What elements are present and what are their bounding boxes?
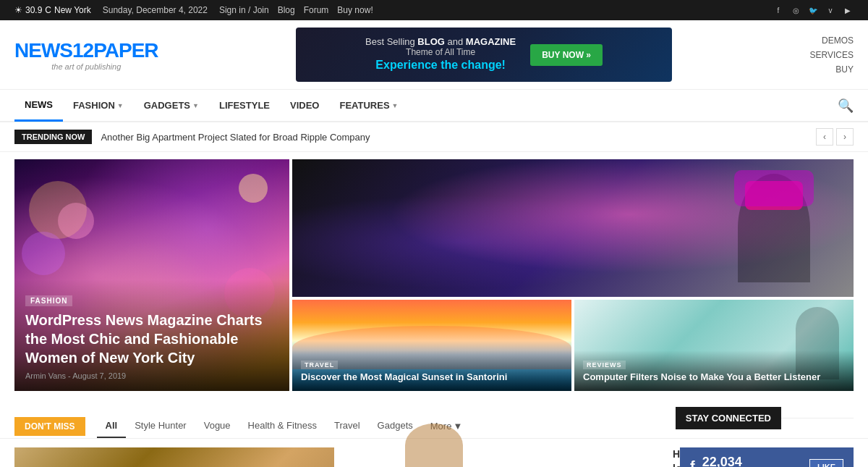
top-bar: ☀ 30.9 C New York Sunday, December 4, 20… xyxy=(0,0,868,20)
article-row-2: Have a look around this bold and colourf… xyxy=(346,447,665,467)
featured-vr-article[interactable]: GADGETS Game Changing Virtual Reality Co… xyxy=(292,159,854,297)
dont-miss-badge: DON'T MISS xyxy=(14,417,85,436)
buy-link[interactable]: Buy now! xyxy=(337,5,373,15)
tab-vogue[interactable]: Vogue xyxy=(195,414,239,438)
top-bar-left: ☀ 30.9 C New York Sunday, December 4, 20… xyxy=(14,5,373,15)
temperature: 30.9 xyxy=(25,5,42,15)
author-name: Armin Vans xyxy=(25,371,66,380)
logo-tagline: the art of publishing xyxy=(14,62,158,71)
social-icons-topbar: f ◎ 🐦 v ▶ xyxy=(773,4,854,16)
trending-nav: ‹ › xyxy=(816,128,854,146)
bokeh-3 xyxy=(22,232,65,275)
facebook-stats: 22,034 Fans xyxy=(702,455,742,467)
articles-area: Have a look around this bold and colourf… xyxy=(14,447,665,467)
article-image-1 xyxy=(14,447,334,467)
logo-news: NEWS xyxy=(14,39,72,62)
trending-next-button[interactable]: › xyxy=(836,128,854,146)
weather-widget: ☀ 30.9 C New York xyxy=(14,5,91,15)
services-link[interactable]: SERVICES xyxy=(810,49,854,62)
tab-style-hunter[interactable]: Style Hunter xyxy=(126,414,195,438)
sign-in-link[interactable]: Sign in / Join xyxy=(219,5,269,15)
featured-reviews-title: Computer Filters Noise to Make You a Bet… xyxy=(583,371,845,384)
facebook-info: f 22,034 Fans xyxy=(690,455,742,467)
main-nav: NEWS FASHION ▼ GADGETS ▼ LIFESTYLE VIDEO… xyxy=(0,90,868,122)
featured-reviews-category: REVIEWS xyxy=(583,361,626,369)
featured-bottom-row: TRAVEL Discover the Most Magical Sunset … xyxy=(292,300,854,391)
nav-item-fashion[interactable]: FASHION ▼ xyxy=(63,89,134,122)
trending-badge: TRENDING NOW xyxy=(14,130,92,144)
ad-banner[interactable]: Best Selling BLOG and MAGAZINE Theme of … xyxy=(296,28,672,82)
logo-text: NEWS12PAPER xyxy=(14,39,158,62)
site-header: NEWS12PAPER the art of publishing Best S… xyxy=(0,20,868,90)
featured-main-overlay: FASHION WordPress News Magazine Charts t… xyxy=(14,279,289,391)
featured-main-image: FASHION WordPress News Magazine Charts t… xyxy=(14,159,289,391)
bottom-section: Have a look around this bold and colourf… xyxy=(0,439,868,467)
featured-santorini-image: TRAVEL Discover the Most Magical Sunset … xyxy=(292,300,571,391)
bokeh-4 xyxy=(239,174,268,203)
nav-item-gadgets[interactable]: GADGETS ▼ xyxy=(134,89,209,122)
nav-item-features[interactable]: FEATURES ▼ xyxy=(329,89,408,122)
featured-santorini-overlay: TRAVEL Discover the Most Magical Sunset … xyxy=(292,350,571,391)
vimeo-icon[interactable]: v xyxy=(825,4,836,16)
interior-decor xyxy=(405,424,463,467)
like-button[interactable]: LIKE xyxy=(809,459,843,468)
nav-item-news[interactable]: NEWS xyxy=(14,89,63,122)
tab-travel[interactable]: Travel xyxy=(326,414,369,438)
twitter-icon[interactable]: 🐦 xyxy=(807,4,819,16)
youtube-icon[interactable]: ▶ xyxy=(842,4,854,16)
instagram-icon[interactable]: ◎ xyxy=(790,4,801,16)
ad-subtitle-text: Theme of All Time xyxy=(365,47,516,57)
logo-paper: PAPER xyxy=(93,39,158,62)
featured-main-article[interactable]: FASHION WordPress News Magazine Charts t… xyxy=(14,159,289,391)
facebook-connect-block: f 22,034 Fans LIKE xyxy=(680,447,854,467)
publish-date: August 7, 2019 xyxy=(72,371,126,380)
facebook-count: 22,034 xyxy=(702,455,742,467)
ad-buy-button[interactable]: BUY NOW » xyxy=(530,44,603,66)
featured-right-grid: GADGETS Game Changing Virtual Reality Co… xyxy=(292,159,854,391)
city: New York xyxy=(54,5,91,15)
ad-brand: Experience the change! xyxy=(365,59,516,72)
featured-reviews-article[interactable]: REVIEWS Computer Filters Noise to Make Y… xyxy=(574,300,854,391)
facebook-icon-large: f xyxy=(690,458,695,467)
vr-headset-glow xyxy=(734,170,814,206)
featured-grid: FASHION WordPress News Magazine Charts t… xyxy=(0,159,868,391)
ad-content: Best Selling BLOG and MAGAZINE Theme of … xyxy=(365,36,516,73)
sun-icon: ☀ xyxy=(14,5,22,15)
trending-bar: TRENDING NOW Another Big Apartment Proje… xyxy=(0,122,868,152)
featured-main-title: WordPress News Magazine Charts the Most … xyxy=(25,311,278,367)
featured-santorini-article[interactable]: TRAVEL Discover the Most Magical Sunset … xyxy=(292,300,571,391)
topbar-links: Sign in / Join Blog Forum Buy now! xyxy=(219,5,373,15)
dont-miss-tabs: DON'T MISS All Style Hunter Vogue Health… xyxy=(0,405,676,438)
featured-reviews-image: REVIEWS Computer Filters Noise to Make Y… xyxy=(574,300,854,391)
tab-health-fitness[interactable]: Health & Fitness xyxy=(239,414,326,438)
facebook-icon[interactable]: f xyxy=(773,4,784,16)
blog-link[interactable]: Blog xyxy=(278,5,295,15)
logo-12: 12 xyxy=(72,39,93,62)
buy-side-link[interactable]: BUY xyxy=(810,63,854,76)
featured-santorini-category: TRAVEL xyxy=(301,361,338,369)
stay-connected-header-area: STAY CONNECTED xyxy=(676,398,868,438)
trending-text: Another Big Apartment Project Slated for… xyxy=(101,132,807,143)
search-icon[interactable]: 🔍 xyxy=(838,98,854,114)
featured-main-meta: Armin Vans - August 7, 2019 xyxy=(25,371,278,380)
forum-link[interactable]: Forum xyxy=(304,5,329,15)
degree-unit: C xyxy=(45,5,51,15)
stay-connected-sidebar: f 22,034 Fans LIKE xyxy=(680,447,854,467)
stay-connected-header: STAY CONNECTED xyxy=(676,407,781,429)
featured-vr-image xyxy=(292,159,854,297)
nav-links: NEWS FASHION ▼ GADGETS ▼ LIFESTYLE VIDEO… xyxy=(14,89,409,122)
demos-link[interactable]: DEMOS xyxy=(810,34,854,47)
article-card-2[interactable]: Have a look around this bold and colourf… xyxy=(346,447,665,467)
nav-item-video[interactable]: VIDEO xyxy=(280,89,329,122)
nav-item-lifestyle[interactable]: LIFESTYLE xyxy=(209,89,280,122)
ad-title: Best Selling BLOG and MAGAZINE xyxy=(365,36,516,47)
bokeh-2 xyxy=(58,203,94,239)
date-display: Sunday, December 4, 2022 xyxy=(103,5,208,15)
article-card-1[interactable] xyxy=(14,447,334,467)
featured-reviews-overlay: REVIEWS Computer Filters Noise to Make Y… xyxy=(574,350,854,391)
side-menu: DEMOS SERVICES BUY xyxy=(810,34,854,76)
stay-connected-divider xyxy=(781,418,854,418)
trending-prev-button[interactable]: ‹ xyxy=(816,128,833,146)
tab-all[interactable]: All xyxy=(97,414,127,438)
site-logo[interactable]: NEWS12PAPER the art of publishing xyxy=(14,39,158,71)
